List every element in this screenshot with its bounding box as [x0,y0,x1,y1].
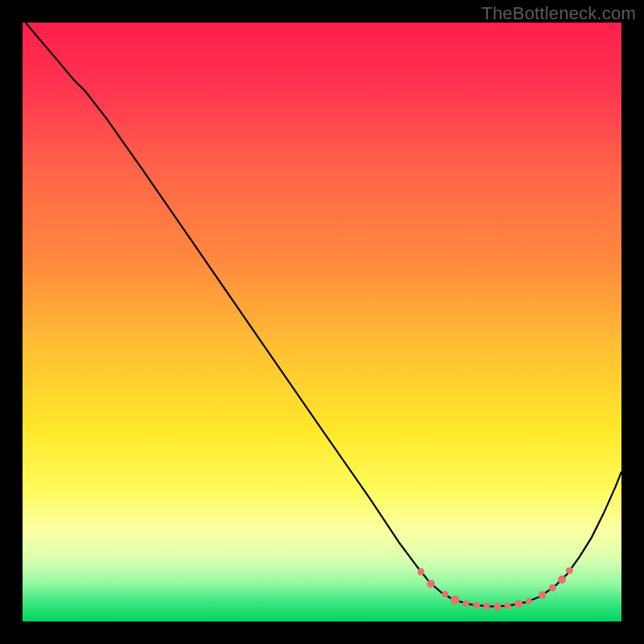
curve-marker [418,568,424,575]
curve-marker [473,601,480,609]
curve-marker [493,603,501,610]
curve-marker [566,568,572,574]
curve-marker [442,591,448,597]
curve-marker [451,596,459,604]
watermark-text: TheBottleneck.com [481,3,636,24]
curve-marker [514,601,522,609]
curve-marker [462,600,469,606]
marker-layer [23,23,621,621]
curve-marker [539,591,547,599]
curve-marker [427,580,436,588]
chart-area [23,23,621,621]
curve-marker [549,584,555,591]
curve-marker [525,598,531,605]
curve-marker [483,603,490,610]
curve-marker [558,576,566,584]
curve-marker [504,602,511,609]
